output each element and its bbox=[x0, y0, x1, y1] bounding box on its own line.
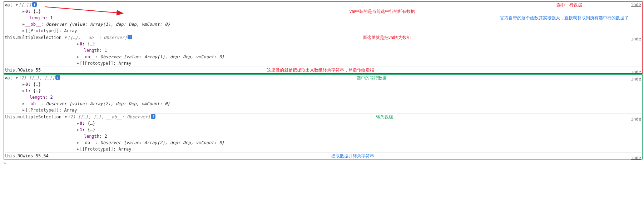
disclosure-triangle[interactable]: ▶ bbox=[22, 88, 25, 94]
console-log-val[interactable]: val ▼ (2) [{…}, {…}] i 选中的两行数据 bbox=[5, 75, 641, 81]
tree-node[interactable]: ▶ 0: {…} bbox=[5, 41, 641, 47]
disclosure-triangle[interactable]: ▶ bbox=[76, 127, 80, 133]
annotation: 选中的两行数据 bbox=[357, 75, 387, 81]
tree-node[interactable]: ▶ 1: {…} bbox=[5, 88, 641, 94]
console-log-rowids: this.ROWids 55 这里做的就是把提取出来数组转为字符串，然后传给后端 bbox=[5, 67, 641, 73]
console-log-rowids: this.ROWids 55,54 提取数据并转为字符串 bbox=[5, 152, 641, 159]
array-preview: (2) [{…}, {…}] bbox=[19, 75, 55, 81]
console-prompt[interactable]: > bbox=[4, 160, 643, 167]
chevron-right-icon: > bbox=[4, 161, 6, 166]
info-icon[interactable]: i bbox=[151, 114, 155, 119]
tree-node: length: 1 官方自带的这个函数其实很强大，直接就获取到所有选中行的数据了 bbox=[5, 15, 641, 21]
annotation: 而这里就是把val转为数组 bbox=[363, 35, 411, 40]
array-preview: (2) [{…}, {…}, __ob__: Observer] bbox=[68, 114, 150, 120]
disclosure-triangle[interactable]: ▶ bbox=[22, 101, 25, 107]
tree-node[interactable]: ▶ [[Prototype]]: Array bbox=[5, 146, 641, 152]
log-group-2: val ▼ (2) [{…}, {…}] i 选中的两行数据 ▶ 0: {…} … bbox=[4, 74, 643, 160]
info-icon[interactable]: i bbox=[128, 35, 132, 39]
log-group-1: val ▼ [{…}] i 选中一行数据 ▶ 0: {…} val中装的是当前选… bbox=[4, 1, 643, 74]
tree-node: length: 1 bbox=[5, 47, 641, 54]
disclosure-triangle[interactable]: ▶ bbox=[22, 107, 25, 113]
tree-node[interactable]: ▶ 0: {…} bbox=[5, 81, 641, 88]
disclosure-triangle[interactable]: ▶ bbox=[76, 41, 80, 47]
info-icon[interactable]: i bbox=[32, 2, 37, 7]
disclosure-triangle[interactable]: ▶ bbox=[22, 28, 25, 34]
disclosure-triangle-open[interactable]: ▼ bbox=[15, 2, 19, 8]
tree-node[interactable]: ▶ 0: {…} bbox=[5, 120, 641, 127]
console-log-multipleSelection[interactable]: this.multipleSelection ▼ (2) [{…}, {…}, … bbox=[5, 113, 641, 120]
annotation: 选中一行数据 bbox=[556, 2, 582, 8]
disclosure-triangle[interactable]: ▶ bbox=[22, 9, 25, 14]
tree-node[interactable]: ▶ __ob__: Observer {value: Array(1), dep… bbox=[5, 54, 641, 60]
tree-node[interactable]: ▶ __ob__: Observer {value: Array(2), dep… bbox=[5, 139, 641, 146]
console-log-multipleSelection[interactable]: this.multipleSelection ▼ [{…}, __ob__: O… bbox=[5, 34, 641, 41]
tree-node[interactable]: ▶ __ob__: Observer {value: Array(2), dep… bbox=[5, 100, 641, 107]
disclosure-triangle[interactable]: ▶ bbox=[76, 60, 80, 66]
tree-node: length: 2 bbox=[5, 133, 641, 139]
annotation: 这里做的就是把提取出来数组转为字符串，然后传给后端 bbox=[267, 67, 374, 73]
tree-node[interactable]: ▶ 1: {…} bbox=[5, 127, 641, 133]
disclosure-triangle[interactable]: ▶ bbox=[76, 54, 80, 60]
tree-node[interactable]: ▶ 0: {…} val中装的是当前选中行的所有数据 bbox=[5, 8, 641, 15]
disclosure-triangle-open[interactable]: ▼ bbox=[64, 35, 68, 40]
annotation: 官方自带的这个函数其实很强大，直接就获取到所有选中行的数据了 bbox=[500, 15, 629, 21]
disclosure-triangle[interactable]: ▶ bbox=[76, 146, 80, 152]
disclosure-triangle-open[interactable]: ▼ bbox=[64, 114, 68, 120]
disclosure-triangle[interactable]: ▶ bbox=[22, 82, 25, 87]
annotation: 转为数组 bbox=[376, 114, 393, 120]
info-icon[interactable]: i bbox=[55, 75, 60, 80]
tree-node[interactable]: ▶ __ob__: Observer {value: Array(1), dep… bbox=[5, 21, 641, 28]
disclosure-triangle[interactable]: ▶ bbox=[76, 121, 80, 126]
console-log-val[interactable]: val ▼ [{…}] i 选中一行数据 bbox=[5, 2, 641, 8]
annotation: 提取数据并转为字符串 bbox=[331, 153, 374, 159]
disclosure-triangle[interactable]: ▶ bbox=[76, 140, 80, 146]
disclosure-triangle-open[interactable]: ▼ bbox=[15, 75, 19, 81]
disclosure-triangle[interactable]: ▶ bbox=[22, 21, 25, 27]
tree-node[interactable]: ▶ [[Prototype]]: Array bbox=[5, 60, 641, 67]
tree-node: length: 2 bbox=[5, 94, 641, 100]
annotation: val中装的是当前选中行的所有数据 bbox=[267, 9, 415, 14]
array-preview: [{…}] bbox=[19, 2, 31, 8]
tree-node[interactable]: ▶ [[Prototype]]: Array bbox=[5, 28, 641, 34]
tree-node[interactable]: ▶ [[Prototype]]: Array bbox=[5, 107, 641, 113]
array-preview: [{…}, __ob__: Observer] bbox=[68, 35, 127, 40]
